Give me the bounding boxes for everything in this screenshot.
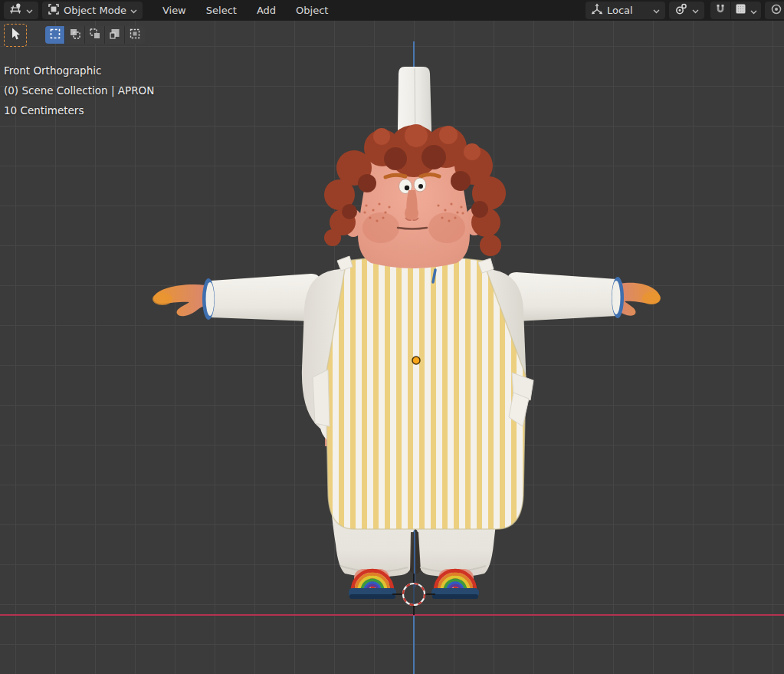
proportional-editing-icon [770,3,782,18]
pivot-point-icon [674,3,688,18]
pivot-point-dropdown[interactable] [669,2,704,19]
select-invert-icon [110,28,120,42]
chevron-down-icon [130,5,137,16]
chevron-down-icon [750,3,757,18]
snapping-controls [710,2,761,19]
head [324,124,506,268]
snap-increment-icon [735,3,746,18]
3d-viewport-editor-icon [9,3,22,18]
menubar: View Select Add Object [153,2,337,18]
select-extend-icon [70,28,80,42]
snap-magnet-icon [714,3,727,18]
select-intersect-icon [130,28,140,42]
grid-scale-label: 10 Centimeters [4,100,154,120]
orientation-label: Local [607,5,649,16]
mode-selector-label: Object Mode [64,5,126,16]
chevron-down-icon [653,5,660,16]
proportional-editing-button[interactable] [765,2,784,19]
transform-orientation-icon [591,3,603,18]
header-right-controls: Local [582,0,784,21]
chevron-down-icon [692,5,699,16]
left-arm [153,274,320,321]
select-mode-group [45,26,145,44]
viewport-header: Object Mode View Select Add Object Local [0,0,784,21]
tool-settings-overlay [4,24,145,47]
mode-selector-dropdown[interactable]: Object Mode [42,2,143,19]
select-box-tool-button[interactable] [4,24,27,47]
cursor-arrow-icon [8,27,22,44]
view-name-label: Front Orthographic [4,61,154,81]
select-mode-intersect-button[interactable] [125,26,145,44]
menu-add[interactable]: Add [248,2,285,18]
select-set-icon [50,28,61,42]
select-mode-set-button[interactable] [45,26,65,44]
transform-orientation-dropdown[interactable]: Local [586,2,665,19]
blender-window: Front Orthographic (0) Scene Collection … [0,0,784,674]
object-origin-dot [412,357,420,364]
snap-settings-dropdown[interactable] [731,2,761,19]
menu-select[interactable]: Select [197,2,246,18]
select-mode-extend-button[interactable] [65,26,85,44]
select-mode-invert-button[interactable] [105,26,125,44]
chevron-down-icon [26,5,33,16]
viewport-overlay-text: Front Orthographic (0) Scene Collection … [4,61,154,120]
right-arm [507,272,661,321]
object-mode-icon [48,3,60,18]
menu-view[interactable]: View [153,2,195,18]
snap-toggle-button[interactable] [710,2,731,19]
editor-type-selector[interactable] [4,2,38,19]
select-subtract-icon [90,28,100,42]
active-object-label: (0) Scene Collection | APRON [4,81,154,100]
select-mode-subtract-button[interactable] [85,26,105,44]
3d-cursor [392,574,435,615]
menu-object[interactable]: Object [287,2,337,18]
